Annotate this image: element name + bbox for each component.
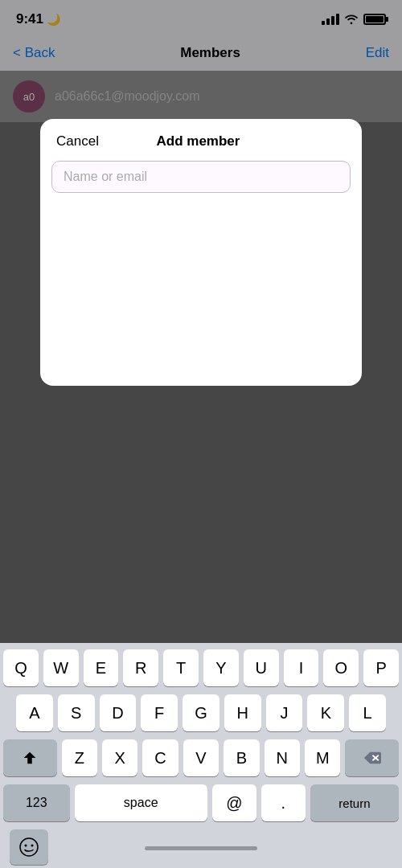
key-i[interactable]: I: [284, 649, 319, 686]
key-d[interactable]: D: [100, 694, 137, 731]
key-l[interactable]: L: [349, 694, 386, 731]
key-s[interactable]: S: [58, 694, 95, 731]
keyboard-row-1: Q W E R T Y U I O P: [3, 649, 399, 686]
key-f[interactable]: F: [141, 694, 178, 731]
key-q[interactable]: Q: [3, 649, 39, 686]
key-z[interactable]: Z: [62, 739, 97, 776]
key-g[interactable]: G: [183, 694, 219, 731]
modal-title: Add member: [157, 133, 240, 149]
return-key[interactable]: return: [310, 784, 399, 821]
home-indicator: [145, 846, 257, 850]
key-r[interactable]: R: [123, 649, 158, 686]
key-x[interactable]: X: [102, 739, 137, 776]
key-n[interactable]: N: [265, 739, 300, 776]
keyboard-row-4: 123 space @ . return: [3, 784, 399, 821]
key-a[interactable]: A: [16, 694, 53, 731]
key-k[interactable]: K: [307, 694, 344, 731]
key-u[interactable]: U: [244, 649, 279, 686]
space-key[interactable]: space: [75, 784, 207, 821]
key-c[interactable]: C: [142, 739, 178, 776]
key-w[interactable]: W: [43, 649, 79, 686]
key-j[interactable]: J: [266, 694, 303, 731]
svg-point-3: [25, 845, 27, 847]
keyboard-row-2: A S D F G H J K L: [3, 694, 399, 731]
svg-point-4: [31, 845, 34, 847]
modal-header: Cancel Add member: [40, 119, 362, 161]
name-email-input-wrapper[interactable]: [51, 161, 351, 193]
key-e[interactable]: E: [84, 649, 119, 686]
at-key[interactable]: @: [212, 784, 256, 821]
keyboard: Q W E R T Y U I O P A S D F G H J K L Z …: [0, 643, 402, 868]
svg-point-2: [20, 838, 38, 856]
dot-key[interactable]: .: [261, 784, 306, 821]
key-y[interactable]: Y: [203, 649, 239, 686]
key-h[interactable]: H: [224, 694, 261, 731]
numbers-key[interactable]: 123: [3, 784, 70, 821]
shift-key[interactable]: [3, 739, 57, 776]
delete-key[interactable]: [345, 739, 399, 776]
add-member-modal: Cancel Add member: [40, 119, 362, 386]
modal-body: [40, 209, 362, 386]
cancel-button[interactable]: Cancel: [56, 133, 99, 149]
key-v[interactable]: V: [183, 739, 219, 776]
key-o[interactable]: O: [323, 649, 359, 686]
key-p[interactable]: P: [363, 649, 399, 686]
key-m[interactable]: M: [305, 739, 340, 776]
name-email-input[interactable]: [64, 170, 338, 184]
keyboard-row-3: Z X C V B N M: [3, 739, 399, 776]
emoji-key[interactable]: [10, 829, 48, 865]
key-t[interactable]: T: [163, 649, 199, 686]
key-b[interactable]: B: [224, 739, 259, 776]
